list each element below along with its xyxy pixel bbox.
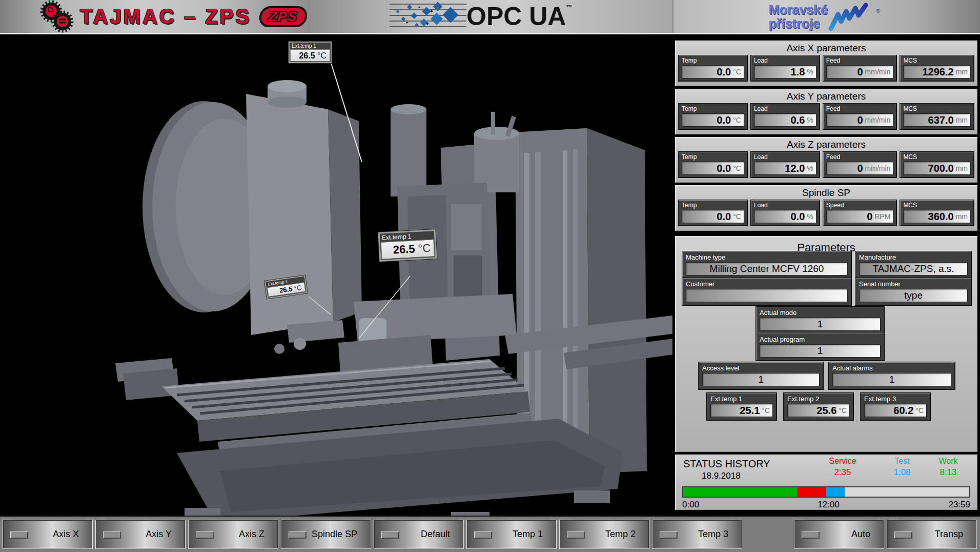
value-box-feed: Feed 0mm/min [823, 104, 897, 129]
value-box-feed: Feed 0mm/min [823, 55, 897, 81]
temp-callout-middle: Ext.temp 1 26.5 °C [378, 229, 437, 262]
button-axis-z[interactable]: Axis Z [188, 520, 278, 549]
value-box-temp: Temp 0.0°C [679, 104, 747, 129]
timeline-mid: 12:00 [818, 500, 840, 510]
moravske-pristroje-text: Moravské přístroje [769, 3, 828, 31]
access-level-box: Access level 1 [699, 362, 823, 389]
button-temp-2[interactable]: Temp 2 [559, 520, 649, 549]
value-display: 0.0°C [682, 162, 744, 175]
timeline-start: 0:00 [682, 500, 699, 510]
button-transp[interactable]: Transp [887, 520, 977, 549]
actual-program-value: 1 [760, 344, 881, 358]
moravske-pristroje-logo: Moravské přístroje ® [769, 2, 878, 32]
actual-alarms-value: 1 [832, 373, 951, 386]
parameters-panel: Parameters Machine type Milling Center M… [675, 235, 978, 452]
tajmac-logo-text: TAJMAC – ZPS [80, 5, 251, 28]
value-box-temp: Temp 0.0°C [679, 200, 747, 226]
value-display: 1296.2mm [903, 65, 971, 78]
actual-program-box: Actual program 1 [756, 333, 884, 361]
button-axis-x[interactable]: Axis X [3, 520, 93, 549]
opcua-diamonds-icon [390, 0, 466, 33]
value-display: 637.0mm [903, 113, 971, 127]
status-bar-segment [826, 487, 845, 497]
value-display: 0RPM [826, 210, 894, 223]
serial-number-value: type [859, 289, 968, 302]
ext-temp-1-box: Ext.temp 1 25.1°C [707, 393, 777, 420]
zps-badge-text: ZPS [268, 9, 298, 24]
ext-temp-3-box: Ext.temp 3 60.2°C [861, 393, 930, 420]
callout-value: 26.5 °C [290, 49, 330, 62]
callout-label: Ext.temp 1 [290, 43, 330, 49]
button-indicator [196, 531, 213, 538]
value-box-mcs: MCS 360.0mm [900, 200, 974, 226]
tajmac-gears-icon [36, 0, 80, 33]
status-history-panel: STATUS HISTORY 18.9.2018 Service 2:35 Te… [675, 454, 978, 510]
value-box-speed: Speed 0RPM [823, 200, 897, 226]
header: TAJMAC – ZPS ZPS [0, 0, 980, 33]
axis-x-panel: Axis X parameters Temp 0.0°C Load 1.8% F… [675, 40, 978, 87]
button-indicator [894, 531, 912, 538]
actual-mode-box: Actual mode 1 [756, 307, 884, 334]
button-indicator [660, 531, 677, 538]
button-indicator [474, 531, 492, 538]
timeline-end: 23:59 [948, 500, 970, 510]
customer-value [686, 289, 848, 302]
button-indicator [103, 531, 120, 538]
manufacture-value: TAJMAC-ZPS, a.s. [859, 262, 968, 275]
value-box-temp: Temp 0.0°C [679, 152, 747, 178]
button-temp-3[interactable]: Temp 3 [652, 520, 742, 549]
machine-3d-model [0, 35, 672, 516]
value-box-mcs: MCS 700.0mm [900, 152, 974, 178]
status-history-date: 18.9.2018 [702, 471, 741, 481]
access-level-value: 1 [702, 373, 820, 386]
button-indicator [802, 531, 819, 538]
actual-mode-value: 1 [760, 318, 881, 331]
value-display: 0.0°C [682, 65, 744, 78]
spindle-panel: Spindle SP Temp 0.0°C Load 0.0% Speed 0R… [675, 185, 978, 231]
panel-title: Axis Y parameters [675, 89, 977, 102]
callout-value: 26.5 °C [381, 239, 435, 259]
button-auto[interactable]: Auto [794, 520, 884, 549]
right-parameter-column: Axis X parameters Temp 0.0°C Load 1.8% F… [675, 40, 978, 510]
value-box-mcs: MCS 637.0mm [900, 104, 974, 129]
button-indicator [10, 531, 28, 538]
opcua-logo-text: OPC UA™ [466, 0, 572, 33]
status-history-title: STATUS HISTORY [683, 458, 770, 470]
bottom-toolbar: Axis X Axis Y Axis Z Spindle SP Default … [0, 516, 980, 552]
button-axis-y[interactable]: Axis Y [95, 520, 186, 549]
axis-z-panel: Axis Z parameters Temp 0.0°C Load 12.0% … [675, 136, 978, 183]
machine-3d-viewport[interactable]: Ext.temp 1 26.5 °C Ext.temp 1 26.5 °C Ex… [0, 35, 672, 516]
customer-box: Customer [682, 278, 851, 305]
legend-work: Work 8:13 [920, 457, 976, 478]
actual-alarms-box: Actual alarms 1 [829, 362, 955, 389]
temp-callout-top: Ext.temp 1 26.5 °C [289, 42, 332, 63]
value-display: 1.8% [754, 65, 816, 78]
value-box-load: Load 1.8% [751, 55, 820, 81]
value-display: 0mm/min [826, 65, 894, 78]
tajmac-zps-logo: TAJMAC – ZPS ZPS [36, 0, 307, 33]
mp-swoosh-icon [828, 2, 874, 32]
status-bar-segment [683, 487, 798, 497]
ext-temp-2-box: Ext.temp 2 25.6°C [784, 393, 853, 420]
machine-type-value: Milling Center MCFV 1260 [686, 262, 848, 275]
button-default[interactable]: Default [374, 520, 464, 549]
value-display: 0.6% [754, 113, 816, 127]
button-temp-1[interactable]: Temp 1 [466, 520, 557, 549]
ext-temp-2-value: 25.6°C [787, 404, 850, 417]
value-box-temp: Temp 0.0°C [679, 55, 747, 81]
value-box-load: Load 0.0% [751, 200, 820, 226]
value-display: 360.0mm [903, 210, 971, 223]
value-display: 12.0% [754, 162, 816, 175]
value-display: 0mm/min [826, 113, 894, 127]
button-spindle-sp[interactable]: Spindle SP [281, 520, 371, 549]
value-box-mcs: MCS 1296.2mm [900, 55, 974, 81]
manufacture-box: Manufacture TAJMAC-ZPS, a.s. [855, 251, 971, 279]
ext-temp-1-value: 25.1°C [710, 404, 773, 417]
button-indicator [567, 531, 584, 538]
button-indicator [381, 531, 399, 538]
opcua-logo: OPC UA™ [390, 0, 572, 33]
value-display: 0mm/min [826, 162, 894, 175]
axis-y-panel: Axis Y parameters Temp 0.0°C Load 0.6% F… [675, 88, 978, 135]
serial-number-box: Serial number type [855, 278, 971, 305]
value-box-load: Load 0.6% [751, 104, 820, 129]
